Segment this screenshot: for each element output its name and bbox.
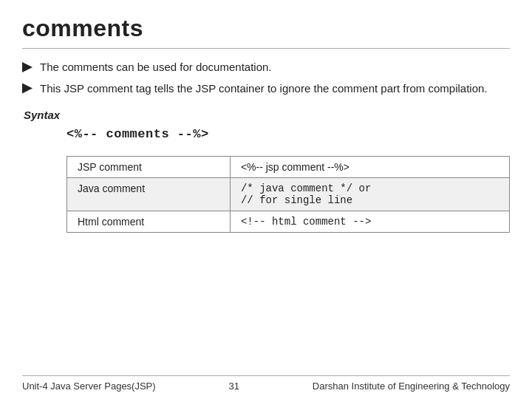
- table-cell-syntax-1: <%-- jsp comment --%>: [230, 157, 509, 178]
- bullet-text-1: The comments can be used for documentati…: [40, 59, 272, 76]
- table-row: Java comment /* java comment */ or // fo…: [67, 178, 510, 211]
- list-item: The comments can be used for documentati…: [22, 59, 510, 76]
- table-row: Html comment <!-- html comment -->: [67, 211, 510, 233]
- syntax-label: Syntax: [24, 109, 510, 121]
- table-cell-type-3: Html comment: [67, 211, 231, 233]
- footer-right: Darshan Institute of Engineering & Techn…: [313, 381, 510, 392]
- footer: Unit-4 Java Server Pages(JSP) 31 Darshan…: [22, 375, 510, 392]
- bullet-icon: [22, 62, 33, 72]
- footer-left: Unit-4 Java Server Pages(JSP): [22, 381, 156, 392]
- bullet-text-2: This JSP comment tag tells the JSP conta…: [40, 81, 488, 98]
- list-item: This JSP comment tag tells the JSP conta…: [22, 81, 510, 98]
- page-title: comments: [22, 15, 510, 42]
- syntax-code: <%-- comments --%>: [66, 127, 510, 141]
- page: comments The comments can be used for do…: [0, 0, 532, 399]
- table-cell-type-2: Java comment: [67, 178, 231, 211]
- bullet-icon: [22, 83, 33, 94]
- table-cell-type-1: JSP comment: [67, 157, 231, 178]
- bullet-list: The comments can be used for documentati…: [22, 59, 510, 101]
- table-row: JSP comment <%-- jsp comment --%>: [67, 157, 510, 178]
- footer-page: 31: [229, 381, 239, 392]
- comment-table: JSP comment <%-- jsp comment --%> Java c…: [66, 156, 510, 233]
- table-cell-syntax-2: /* java comment */ or // for single line: [230, 178, 509, 211]
- title-divider: [22, 48, 510, 49]
- table-cell-syntax-3: <!-- html comment -->: [230, 211, 509, 233]
